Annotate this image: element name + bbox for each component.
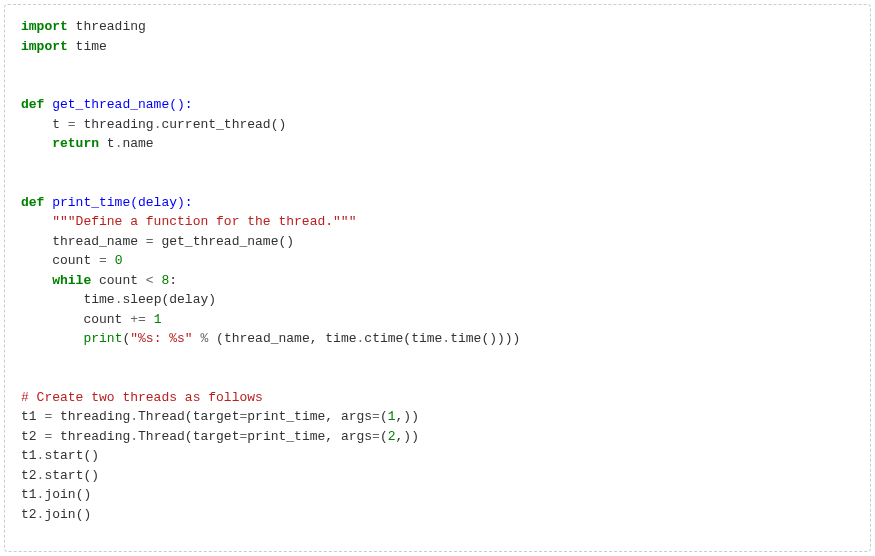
- code-text: Thread(target: [138, 429, 239, 444]
- docstring: """Define a function for the thread.""": [21, 214, 356, 229]
- code-text: print_time, args: [247, 409, 372, 424]
- keyword-import: import: [21, 39, 68, 54]
- code-text: sleep(delay): [122, 292, 216, 307]
- code-text: t2: [21, 429, 44, 444]
- module-name: threading: [68, 19, 146, 34]
- code-text: name: [122, 136, 153, 151]
- code-text: ctime(time: [364, 331, 442, 346]
- code-text: :: [169, 273, 177, 288]
- code-text: thread_name: [21, 234, 146, 249]
- code-text: count: [21, 312, 130, 327]
- code-text: time: [21, 292, 115, 307]
- keyword-def: def: [21, 97, 44, 112]
- code-text: [107, 253, 115, 268]
- code-text: current_thread(): [161, 117, 286, 132]
- operator: =: [372, 429, 380, 444]
- code-text: print_time, args: [247, 429, 372, 444]
- code-text: t2: [21, 468, 37, 483]
- function-name: print_time(delay):: [44, 195, 192, 210]
- code-text: count: [21, 253, 99, 268]
- operator: =: [372, 409, 380, 424]
- keyword-def: def: [21, 195, 44, 210]
- keyword-while: while: [21, 273, 91, 288]
- code-block: import threading import time def get_thr…: [4, 4, 871, 552]
- keyword-import: import: [21, 19, 68, 34]
- function-name: get_thread_name():: [44, 97, 192, 112]
- code-text: threading: [52, 409, 130, 424]
- comment: # Create two threads as follows: [21, 390, 263, 405]
- code-text: count: [91, 273, 146, 288]
- code-text: [21, 331, 83, 346]
- number-literal: 2: [388, 429, 396, 444]
- code-text: (: [380, 429, 388, 444]
- operator: =: [68, 117, 76, 132]
- code-text: (thread_name, time: [208, 331, 356, 346]
- code-text: start(): [44, 448, 99, 463]
- module-name: time: [68, 39, 107, 54]
- operator: .: [442, 331, 450, 346]
- keyword-return: return: [21, 136, 99, 151]
- code-text: t2: [21, 507, 37, 522]
- code-text: join(): [44, 507, 91, 522]
- code-text: ,)): [396, 429, 419, 444]
- operator: =: [99, 253, 107, 268]
- code-text: threading: [76, 117, 154, 132]
- operator: =: [146, 234, 154, 249]
- code-text: threading: [52, 429, 130, 444]
- number-literal: 0: [115, 253, 123, 268]
- code-text: t: [21, 117, 68, 132]
- code-text: join(): [44, 487, 91, 502]
- string-literal: "%s: %s": [130, 331, 192, 346]
- code-text: (: [380, 409, 388, 424]
- code-text: ,)): [396, 409, 419, 424]
- number-literal: 1: [154, 312, 162, 327]
- operator: +=: [130, 312, 146, 327]
- code-text: get_thread_name(): [154, 234, 294, 249]
- code-text: t1: [21, 448, 37, 463]
- code-text: [146, 312, 154, 327]
- code-text: time()))): [450, 331, 520, 346]
- code-text: t: [99, 136, 115, 151]
- operator: .: [130, 429, 138, 444]
- builtin-print: print: [83, 331, 122, 346]
- code-text: Thread(target: [138, 409, 239, 424]
- number-literal: 1: [388, 409, 396, 424]
- operator: .: [130, 409, 138, 424]
- code-text: t1: [21, 487, 37, 502]
- code-text: start(): [44, 468, 99, 483]
- code-text: t1: [21, 409, 44, 424]
- operator: <: [146, 273, 154, 288]
